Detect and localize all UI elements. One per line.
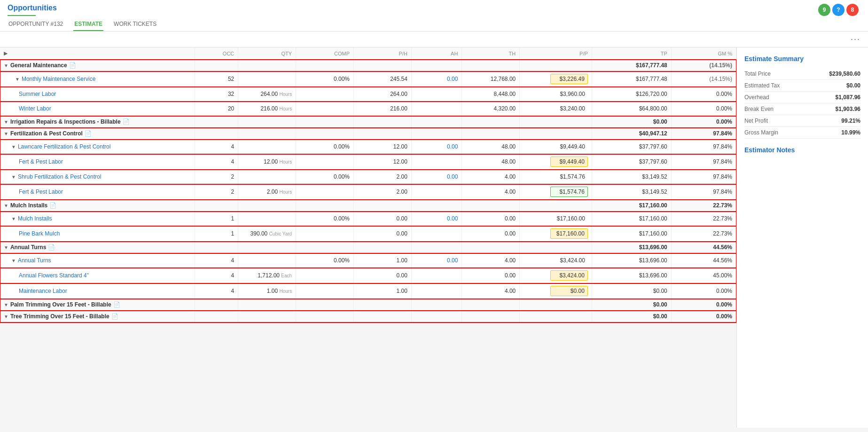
doc-icon: 📄: [49, 202, 56, 209]
col-header-ph: P/H: [354, 47, 412, 60]
item-name-cell: Winter Labor: [0, 102, 195, 116]
g-qty: [238, 299, 296, 311]
item-gm: 97.84%: [671, 184, 736, 200]
g-ah: [411, 311, 462, 322]
chevron-down-icon[interactable]: ▼: [11, 258, 16, 263]
tab-estimate[interactable]: ESTIMATE: [73, 18, 103, 31]
lawncare-fert-link[interactable]: Lawncare Fertilization & Pest Control: [18, 143, 110, 150]
g-tp: $0.00: [592, 116, 671, 128]
chevron-down-icon[interactable]: ▼: [4, 119, 8, 125]
group-label: Irrigation Repairs & Inspections - Billa…: [10, 118, 121, 125]
doc-icon: 📄: [48, 244, 55, 251]
gross-margin-label: Gross Margin: [744, 129, 778, 136]
tab-work-tickets[interactable]: WORK TICKETS: [113, 18, 157, 31]
item-ah: [411, 226, 462, 242]
svc-ah[interactable]: 0.00: [411, 212, 462, 226]
col-header-name: ▶: [0, 47, 195, 60]
group-annual-turns: ▼ Annual Turns 📄 $13,696.00 44.56%: [0, 242, 736, 253]
col-header-occ: OCC: [195, 47, 238, 60]
chevron-down-icon[interactable]: ▼: [15, 77, 20, 82]
chevron-down-icon[interactable]: ▼: [4, 63, 8, 68]
chevron-down-icon[interactable]: ▼: [11, 144, 16, 149]
shrub-fert-link[interactable]: Shrub Fertilization & Pest Control: [18, 173, 101, 180]
doc-icon: 📄: [113, 301, 120, 308]
g-ph: [354, 299, 412, 311]
summer-labor-link[interactable]: Summer Labor: [19, 91, 56, 97]
item-gm: 0.00%: [671, 87, 736, 102]
item-fert-pest-labor-2: Fert & Pest Labor 2 2.00 Hours 2.00 4.00…: [0, 184, 736, 200]
item-ph: 0.00: [354, 268, 412, 283]
g-th: [462, 242, 520, 253]
chevron-down-icon[interactable]: ▼: [4, 302, 8, 307]
tab-opportunity[interactable]: OPPORTUNITY #132: [8, 18, 64, 31]
item-occ: 4: [195, 154, 238, 170]
badge-green[interactable]: 9: [818, 4, 830, 16]
g-qty: [238, 242, 296, 253]
overhead-value: $1,087.96: [836, 94, 860, 101]
g-tp: $17,160.00: [592, 200, 671, 212]
annual-flowers-link[interactable]: Annual Flowers Standard 4": [19, 272, 89, 279]
item-qty: 1.00 Hours: [238, 283, 296, 299]
svc-comp: 0.00%: [296, 71, 354, 87]
item-pine-bark-mulch: Pine Bark Mulch 1 390.00 Cubic Yard 0.00…: [0, 226, 736, 242]
group-fertilization: ▼ Fertilization & Pest Control 📄 $40,947…: [0, 128, 736, 140]
svc-tp: $17,160.00: [592, 212, 671, 226]
g-ph: [354, 116, 412, 128]
chevron-down-icon[interactable]: ▼: [11, 216, 16, 221]
svc-occ: 4: [195, 253, 238, 268]
fert-pest-labor-2-link[interactable]: Fert & Pest Labor: [19, 189, 63, 195]
svc-occ: 52: [195, 71, 238, 87]
doc-icon: 📄: [123, 118, 130, 125]
expand-all-icon[interactable]: ▶: [4, 50, 8, 56]
col-header-gm: GM %: [671, 47, 736, 60]
chevron-down-icon[interactable]: ▼: [4, 245, 8, 250]
svc-ah[interactable]: 0.00: [411, 253, 462, 268]
g-ah: [411, 200, 462, 212]
g-ph: [354, 200, 412, 212]
svc-ah[interactable]: 0.00: [411, 71, 462, 87]
item-tp: $13,696.00: [592, 268, 671, 283]
g-pp: [520, 299, 592, 311]
monthly-maintenance-link[interactable]: Monthly Maintenance Service: [22, 76, 95, 82]
item-qty: 2.00 Hours: [238, 184, 296, 200]
item-name-cell: Annual Flowers Standard 4": [0, 268, 195, 283]
overhead-label: Overhead: [744, 94, 769, 101]
group-mulch: ▼ Mulch Installs 📄 $17,160.00 22.73%: [0, 200, 736, 212]
chevron-down-icon[interactable]: ▼: [4, 131, 8, 136]
group-irrigation: ▼ Irrigation Repairs & Inspections - Bil…: [0, 116, 736, 128]
estimate-summary-title: Estimate Summary: [744, 55, 860, 63]
total-price-value: $239,580.60: [829, 71, 860, 77]
svc-ah[interactable]: 0.00: [411, 140, 462, 154]
chevron-down-icon[interactable]: ▼: [4, 203, 8, 208]
net-profit-value: 99.21%: [841, 118, 860, 124]
group-name-cell: ▼ Mulch Installs 📄: [0, 200, 195, 211]
chevron-down-icon[interactable]: ▼: [4, 314, 8, 319]
chevron-down-icon[interactable]: ▼: [11, 174, 16, 180]
doc-icon: 📄: [85, 130, 92, 137]
top-bar: 9 ? 8 Opportunities OPPORTUNITY #132 EST…: [0, 0, 868, 31]
svc-ah[interactable]: 0.00: [411, 170, 462, 184]
item-pp: $9,449.40: [520, 154, 592, 170]
fert-pest-labor-1-link[interactable]: Fert & Pest Labor: [19, 158, 63, 165]
annual-turns-link[interactable]: Annual Turns: [18, 257, 51, 264]
g-ph: [354, 128, 412, 140]
mulch-installs-link[interactable]: Mulch Installs: [18, 215, 52, 222]
svc-gm: 97.84%: [671, 170, 736, 184]
winter-labor-link[interactable]: Winter Labor: [19, 105, 51, 112]
item-pp: $3,240.00: [520, 102, 592, 116]
svc-pp: $1,574.76: [520, 170, 592, 184]
main-layout: ▶ OCC QTY COMP P/H AH TH P/P TP GM %: [0, 47, 868, 428]
group-tp: $167,777.48: [592, 60, 671, 71]
toolbar-row: ···: [0, 31, 868, 47]
more-options-button[interactable]: ···: [851, 34, 860, 44]
badge-red[interactable]: 8: [846, 4, 859, 16]
summary-break-even: Break Even $1,903.96: [744, 103, 860, 115]
maintenance-labor-link[interactable]: Maintenance Labor: [19, 288, 67, 294]
pine-bark-mulch-link[interactable]: Pine Bark Mulch: [19, 230, 60, 237]
item-comp: [296, 87, 354, 102]
item-occ: 4: [195, 268, 238, 283]
badge-blue[interactable]: ?: [832, 4, 845, 16]
item-ah: [411, 184, 462, 200]
group-palm-trimming: ▼ Palm Trimming Over 15 Feet - Billable …: [0, 299, 736, 311]
item-name-cell: Fert & Pest Labor: [0, 184, 195, 200]
